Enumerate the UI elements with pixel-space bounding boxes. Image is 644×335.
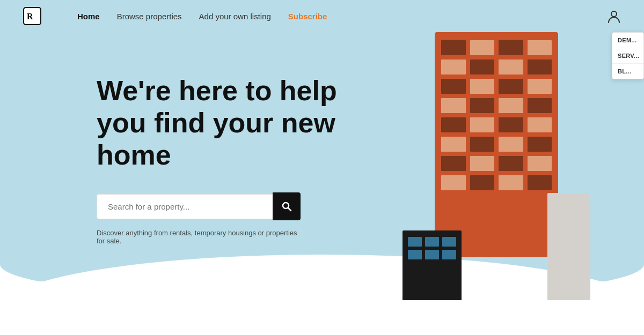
dropdown-item-serv[interactable]: SERV... bbox=[612, 48, 643, 64]
hero-subtitle: Discover anything from rentals, temporar… bbox=[97, 229, 301, 245]
logo-icon: R bbox=[21, 5, 43, 27]
nav-item-subscribe[interactable]: Subscribe bbox=[280, 8, 336, 25]
svg-point-2 bbox=[611, 11, 617, 17]
hero-content: We're here to help you find your new hom… bbox=[0, 32, 644, 245]
navbar: R Home Browse properties Add your own li… bbox=[0, 0, 644, 32]
building-window bbox=[408, 250, 422, 259]
svg-line-4 bbox=[288, 208, 291, 211]
nav-item-listing[interactable]: Add your own listing bbox=[191, 8, 280, 25]
building-window bbox=[425, 250, 439, 259]
nav-item-browse[interactable]: Browse properties bbox=[108, 8, 191, 25]
search-button[interactable] bbox=[273, 192, 301, 220]
dropdown-panel: DEM... SERV... BL... bbox=[612, 32, 644, 79]
building-window bbox=[442, 250, 456, 259]
nav-right bbox=[605, 8, 623, 25]
nav-item-home[interactable]: Home bbox=[69, 8, 108, 25]
dropdown-item-demo[interactable]: DEM... bbox=[612, 33, 643, 48]
svg-text:R: R bbox=[27, 12, 33, 21]
hero-title: We're here to help you find your new hom… bbox=[97, 75, 338, 171]
user-icon[interactable] bbox=[605, 8, 623, 25]
search-bar bbox=[97, 192, 301, 220]
logo[interactable]: R bbox=[21, 5, 43, 27]
search-icon bbox=[281, 201, 292, 212]
dropdown-item-bl[interactable]: BL... bbox=[612, 64, 643, 79]
nav-links: Home Browse properties Add your own list… bbox=[69, 8, 588, 25]
search-input[interactable] bbox=[97, 194, 273, 219]
